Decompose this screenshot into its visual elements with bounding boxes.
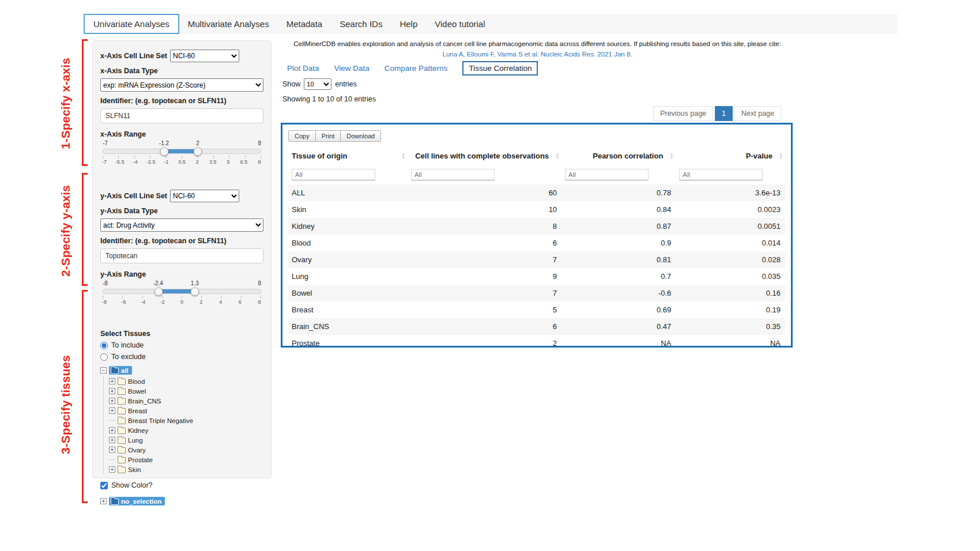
expand-icon[interactable]: + [109,466,115,473]
show-label: Show [282,80,300,88]
y-cell-line-set-label: y-Axis Cell Line Set [100,192,167,200]
sort-icon: ▲▼ [401,153,405,160]
collapse-icon[interactable]: − [100,367,107,373]
folder-icon [118,388,126,395]
table-row[interactable]: Skin 10 0.84 0.0023 [288,201,785,218]
col-header-pearson-correlation[interactable]: Pearson correlation ▲▼ [561,147,676,165]
tab-multivariate-analyses[interactable]: Multivariate Analyses [179,14,278,34]
y-range-low-value: -2.4 [153,280,163,286]
filter-correlation-input[interactable] [565,169,649,180]
filter-p-value-input[interactable] [679,169,763,180]
page-length-select[interactable]: 10 [304,78,331,90]
y-data-type-select[interactable]: act: Drug Activity [100,218,263,232]
tree-item-ovary[interactable]: + Ovary [109,445,263,455]
table-row[interactable]: Lung 9 0.7 0.035 [288,268,785,285]
col-header-cell-lines[interactable]: Cell lines with complete observations ▲▼ [408,147,561,165]
subtab-view-data[interactable]: View Data [334,64,370,73]
y-cell-line-set-select[interactable]: NCI-60 [170,190,239,202]
y-identifier-input[interactable] [100,248,263,263]
y-range-tick-labels: -8-6-4-202468 [97,299,266,305]
cell-tissue: Ovary [288,251,408,268]
tree-item-brain-cns[interactable]: + Brain_CNS [109,396,263,406]
expand-icon[interactable]: + [109,407,115,414]
y-range-slider[interactable]: -8 -2.4 1.3 8 -8-6-4-202468 [103,280,261,310]
table-row[interactable]: Kidney 8 0.87 0.0051 [288,218,785,235]
tab-metadata[interactable]: Metadata [278,14,331,34]
x-range-handle-low[interactable] [160,147,168,156]
table-row[interactable]: Brain_CNS 6 0.47 0.35 [288,318,785,335]
tree-item-all-chip[interactable]: all [109,366,132,375]
tree-item-kidney[interactable]: + Kidney [109,425,263,435]
tree-item-bowel[interactable]: + Bowel [109,386,263,396]
expand-icon[interactable]: + [109,437,115,443]
tree-item-prostate[interactable]: Prostate [109,455,263,465]
expand-icon[interactable]: + [109,398,115,404]
x-cell-line-set-select[interactable]: NCI-60 [170,50,239,62]
tissues-include-radio-row[interactable]: To include [100,339,263,351]
tree-item-breast-triple-negative[interactable]: Breast Triple Negative [109,416,263,425]
filter-cell-lines-input[interactable] [411,169,495,180]
show-color-row[interactable]: Show Color? [100,480,263,491]
no-selection-tree: + no_selection [100,496,263,506]
y-range-handle-high[interactable] [190,287,199,296]
tab-video-tutorial[interactable]: Video tutorial [426,14,493,34]
cell-observations: 10 [408,201,561,218]
table-row[interactable]: ALL 60 0.78 3.6e-13 [288,184,785,201]
expand-icon[interactable]: + [109,447,115,453]
tissues-include-radio[interactable] [100,342,108,349]
annotation-bracket-3 [82,290,88,503]
x-identifier-input[interactable] [100,108,263,123]
cell-tissue: Bowel [288,285,408,301]
previous-page-button[interactable]: Previous page [653,106,713,121]
filter-tissue-input[interactable] [292,169,375,180]
cell-tissue: Brain_CNS [288,318,408,335]
y-range-track[interactable] [103,289,261,294]
tab-help[interactable]: Help [391,14,426,34]
subtab-compare-patterns[interactable]: Compare Patterns [385,64,448,73]
x-data-type-select[interactable]: exp: mRNA Expression (Z-Score) [100,78,263,92]
x-range-slider[interactable]: -7 -1.2 2 8 -7-5.5-4-2.5-10.523.556.58 [103,140,261,170]
tree-item-no-selection[interactable]: + no_selection [100,496,263,506]
next-page-button[interactable]: Next page [734,106,781,121]
x-range-track[interactable] [103,149,261,154]
tissues-exclude-radio-row[interactable]: To exclude [100,351,263,363]
x-range-handle-high[interactable] [193,147,202,156]
tree-item-breast[interactable]: + Breast [109,406,263,416]
cell-pvalue: 0.35 [676,318,785,335]
expand-icon[interactable]: + [109,388,115,394]
folder-icon [118,418,126,424]
table-row[interactable]: Bowel 7 -0.6 0.16 [288,285,785,301]
print-button[interactable]: Print [315,130,341,142]
tree-item-no-selection-chip[interactable]: no_selection [109,497,165,505]
tissue-correlation-table-box: Copy Print Download Tissue of origin ▲▼ … [281,123,793,348]
tree-item-blood[interactable]: + Blood [109,376,263,386]
y-range-handle-low[interactable] [154,287,163,296]
tree-item-lung[interactable]: + Lung [109,435,263,445]
table-row[interactable]: Ovary 7 0.81 0.028 [288,251,785,268]
cell-observations: 9 [408,268,561,285]
tissues-exclude-radio[interactable] [100,353,108,361]
show-color-checkbox[interactable] [100,482,108,489]
expand-icon[interactable]: + [109,427,115,433]
expand-icon[interactable]: + [100,498,107,504]
tab-search-ids[interactable]: Search IDs [331,14,391,34]
tree-item-skin[interactable]: + Skin [109,465,263,474]
folder-icon [118,437,126,444]
page-number-button[interactable]: 1 [715,106,733,121]
subtab-tissue-correlation[interactable]: Tissue Correlation [462,61,538,76]
citation-link[interactable]: Luna A, Elloumi F, Varma S et al. Nuclei… [281,51,793,58]
cell-pvalue: 0.014 [676,235,785,251]
tissues-exclude-label: To exclude [111,353,146,361]
col-header-tissue-of-origin[interactable]: Tissue of origin ▲▼ [288,147,408,165]
col-header-p-value[interactable]: P-value ▲▼ [676,147,785,165]
download-button[interactable]: Download [340,130,381,142]
tree-item-all[interactable]: − all [100,365,263,375]
expand-icon[interactable]: + [109,378,115,384]
table-row[interactable]: Breast 5 0.69 0.19 [288,301,785,318]
cell-pvalue: NA [676,335,785,352]
table-row[interactable]: Prostate 2 NA NA [288,335,785,352]
table-row[interactable]: Blood 6 0.9 0.014 [288,235,785,251]
tab-univariate-analyses[interactable]: Univariate Analyses [84,14,179,34]
copy-button[interactable]: Copy [288,130,316,142]
subtab-plot-data[interactable]: Plot Data [287,64,319,73]
